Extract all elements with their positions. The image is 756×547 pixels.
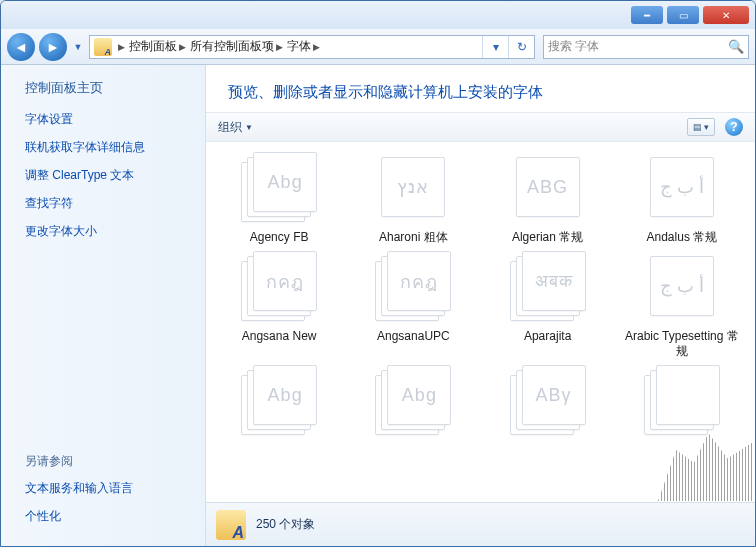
close-button[interactable]: ✕ <box>703 6 749 24</box>
chevron-right-icon: ▶ <box>118 42 125 52</box>
font-item[interactable]: Abg <box>348 365 478 443</box>
font-thumb: Abg <box>239 152 319 224</box>
back-button[interactable]: ◄ <box>7 33 35 61</box>
font-thumb: अबक <box>508 251 588 323</box>
search-placeholder: 搜索 字体 <box>548 38 599 55</box>
font-item[interactable]: ΑΒγ <box>483 365 613 443</box>
font-sample: ΑΒγ <box>536 385 572 406</box>
organize-menu[interactable]: 组织 ▼ <box>218 119 253 136</box>
toolbar: 组织 ▼ ▤ ▾ ? <box>206 112 755 142</box>
nav-history-dropdown[interactable]: ▼ <box>71 38 85 56</box>
chevron-right-icon: ▶ <box>313 42 320 52</box>
font-thumb: Abg <box>239 365 319 437</box>
font-name-label: Aharoni 粗体 <box>379 230 448 245</box>
font-thumb: אנץ <box>373 152 453 224</box>
help-icon[interactable]: ? <box>725 118 743 136</box>
sidebar: 控制面板主页 字体设置 联机获取字体详细信息 调整 ClearType 文本 查… <box>1 65 206 546</box>
fonts-folder-icon <box>216 510 246 540</box>
font-grid: AbgAgency FBאנץAharoni 粗体ABGAlgerian 常规أ… <box>206 142 755 502</box>
font-sample: กคฎ <box>266 267 304 296</box>
font-name-label: Aparajita <box>524 329 571 344</box>
search-icon[interactable]: 🔍 <box>728 39 744 54</box>
font-item[interactable]: أ ب جAndalus 常规 <box>617 152 747 245</box>
font-thumb <box>642 365 722 437</box>
maximize-button[interactable]: ▭ <box>667 6 699 24</box>
fonts-folder-icon <box>94 38 112 56</box>
chevron-down-icon: ▼ <box>245 123 253 132</box>
font-thumb: กคฎ <box>239 251 319 323</box>
font-item[interactable] <box>617 365 747 443</box>
font-name-label: Arabic Typesetting 常规 <box>622 329 742 359</box>
chevron-right-icon: ▶ <box>276 42 283 52</box>
title-bar: ━ ▭ ✕ <box>1 1 755 29</box>
font-thumb: ABG <box>508 152 588 224</box>
sidebar-link-font-size[interactable]: 更改字体大小 <box>25 223 187 240</box>
address-bar[interactable]: ▶控制面板 ▶所有控制面板项 ▶字体 ▶ ▾ ↻ <box>89 35 535 59</box>
font-item[interactable]: अबकAparajita <box>483 251 613 359</box>
refresh-button[interactable]: ↻ <box>508 36 534 58</box>
font-sample: กคฎ <box>400 267 438 296</box>
font-thumb: أ ب ج <box>642 251 722 323</box>
font-sample: Abg <box>268 385 303 406</box>
font-name-label: Angsana New <box>242 329 317 344</box>
font-name-label: Andalus 常规 <box>647 230 718 245</box>
sidebar-link-find-char[interactable]: 查找字符 <box>25 195 187 212</box>
font-thumb: Abg <box>373 365 453 437</box>
chevron-right-icon: ▶ <box>179 42 186 52</box>
font-name-label: Algerian 常规 <box>512 230 583 245</box>
font-sample: أ ب ج <box>660 275 704 297</box>
font-item[interactable]: กคฎAngsanaUPC <box>348 251 478 359</box>
font-name-label: Agency FB <box>250 230 309 245</box>
font-sample: Abg <box>402 385 437 406</box>
font-sample: أ ب ج <box>660 176 704 198</box>
view-options-button[interactable]: ▤ ▾ <box>687 118 715 136</box>
status-bar: 250 个对象 <box>206 502 755 546</box>
crumb-fonts[interactable]: 字体 <box>287 38 311 55</box>
font-item[interactable]: Abg <box>214 365 344 443</box>
sidebar-link-cleartype[interactable]: 调整 ClearType 文本 <box>25 167 187 184</box>
font-item[interactable]: AbgAgency FB <box>214 152 344 245</box>
font-thumb: أ ب ج <box>642 152 722 224</box>
control-panel-home-link[interactable]: 控制面板主页 <box>25 79 187 97</box>
page-title: 预览、删除或者显示和隐藏计算机上安装的字体 <box>206 65 755 112</box>
nav-bar: ◄ ► ▼ ▶控制面板 ▶所有控制面板项 ▶字体 ▶ ▾ ↻ 搜索 字体 🔍 <box>1 29 755 65</box>
crumb-control-panel[interactable]: 控制面板 <box>129 38 177 55</box>
sidebar-link-get-fonts-online[interactable]: 联机获取字体详细信息 <box>25 139 187 156</box>
status-count: 250 个对象 <box>256 516 315 533</box>
minimize-button[interactable]: ━ <box>631 6 663 24</box>
see-also-personalization[interactable]: 个性化 <box>25 508 187 525</box>
font-item[interactable]: אנץAharoni 粗体 <box>348 152 478 245</box>
font-sample: אנץ <box>397 176 429 198</box>
font-thumb: ΑΒγ <box>508 365 588 437</box>
font-thumb: กคฎ <box>373 251 453 323</box>
forward-button[interactable]: ► <box>39 33 67 61</box>
see-also-text-services[interactable]: 文本服务和输入语言 <box>25 480 187 497</box>
font-sample: अबक <box>535 271 573 292</box>
font-name-label: AngsanaUPC <box>377 329 450 344</box>
font-item[interactable]: ABGAlgerian 常规 <box>483 152 613 245</box>
font-item[interactable]: กคฎAngsana New <box>214 251 344 359</box>
sidebar-link-font-settings[interactable]: 字体设置 <box>25 111 187 128</box>
font-sample: Abg <box>268 172 303 193</box>
font-item[interactable]: أ ب جArabic Typesetting 常规 <box>617 251 747 359</box>
font-sample: ABG <box>527 177 568 198</box>
see-also-header: 另请参阅 <box>25 453 187 470</box>
crumb-all-items[interactable]: 所有控制面板项 <box>190 38 274 55</box>
addr-dropdown[interactable]: ▾ <box>482 36 508 58</box>
search-input[interactable]: 搜索 字体 🔍 <box>543 35 749 59</box>
